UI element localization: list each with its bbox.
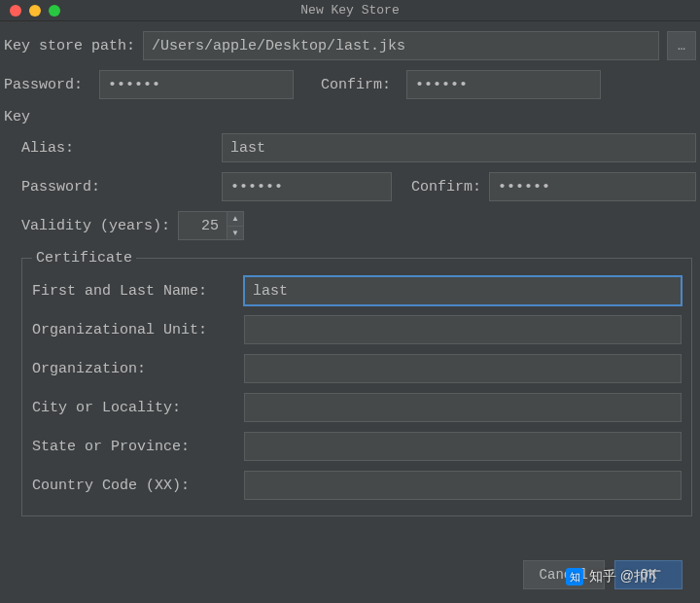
validity-row: Validity (years): ▲ ▼: [21, 211, 696, 240]
keystore-password-label: Password:: [4, 77, 91, 93]
ok-button[interactable]: OK: [614, 560, 682, 589]
ellipsis-icon: …: [678, 39, 685, 53]
validity-input[interactable]: [178, 211, 227, 240]
city-row: City or Locality:: [32, 393, 682, 422]
certificate-legend: Certificate: [32, 250, 136, 266]
keystore-password-input[interactable]: [99, 70, 294, 99]
alias-row: Alias:: [21, 133, 696, 162]
org-row: Organization:: [32, 354, 682, 383]
org-unit-row: Organizational Unit:: [32, 315, 682, 344]
org-unit-input[interactable]: [244, 315, 682, 344]
titlebar: New Key Store: [0, 0, 700, 21]
keystore-confirm-label: Confirm:: [321, 77, 399, 93]
browse-button[interactable]: …: [667, 31, 696, 60]
cancel-button[interactable]: Cancel: [523, 560, 605, 589]
state-label: State or Province:: [32, 439, 236, 455]
key-section: Alias: Password: Confirm: Validity (year…: [4, 133, 696, 516]
country-label: Country Code (XX):: [32, 478, 236, 494]
keystore-path-input[interactable]: [143, 31, 659, 60]
minimize-window-button[interactable]: [29, 5, 41, 17]
key-confirm-label: Confirm:: [411, 179, 481, 195]
state-row: State or Province:: [32, 432, 682, 461]
window-controls: [0, 5, 60, 17]
chevron-down-icon: ▼: [231, 229, 239, 237]
spinner-down-button[interactable]: ▼: [228, 227, 243, 240]
keystore-password-row: Password: Confirm:: [4, 70, 696, 99]
window-title: New Key Store: [0, 3, 700, 18]
alias-label: Alias:: [21, 140, 109, 157]
state-input[interactable]: [244, 432, 682, 461]
org-unit-label: Organizational Unit:: [32, 322, 236, 338]
dialog-button-bar: Cancel OK: [523, 560, 682, 589]
chevron-up-icon: ▲: [231, 214, 239, 223]
country-row: Country Code (XX):: [32, 471, 682, 500]
dialog-content: Key store path: … Password: Confirm: Key…: [0, 21, 700, 516]
key-password-row: Password: Confirm:: [21, 172, 696, 201]
certificate-fieldset: Certificate First and Last Name: Organiz…: [21, 250, 692, 516]
validity-label: Validity (years):: [21, 218, 170, 234]
keystore-confirm-input[interactable]: [406, 70, 601, 99]
zoom-window-button[interactable]: [49, 5, 60, 17]
key-section-label: Key: [4, 109, 696, 125]
keystore-path-label: Key store path:: [4, 38, 135, 54]
validity-spinner[interactable]: ▲ ▼: [178, 211, 244, 240]
spinner-buttons: ▲ ▼: [227, 211, 244, 240]
city-input[interactable]: [244, 393, 682, 422]
key-confirm-input[interactable]: [489, 172, 696, 201]
alias-input[interactable]: [222, 133, 696, 162]
city-label: City or Locality:: [32, 400, 236, 416]
first-last-input[interactable]: [244, 276, 682, 305]
first-last-row: First and Last Name:: [32, 276, 682, 305]
key-password-input[interactable]: [222, 172, 392, 201]
org-input[interactable]: [244, 354, 682, 383]
close-window-button[interactable]: [10, 5, 21, 17]
first-last-label: First and Last Name:: [32, 283, 236, 300]
country-input[interactable]: [244, 471, 682, 500]
spinner-up-button[interactable]: ▲: [228, 212, 243, 227]
org-label: Organization:: [32, 361, 236, 377]
key-password-label: Password:: [21, 179, 109, 195]
keystore-path-row: Key store path: …: [4, 31, 696, 60]
